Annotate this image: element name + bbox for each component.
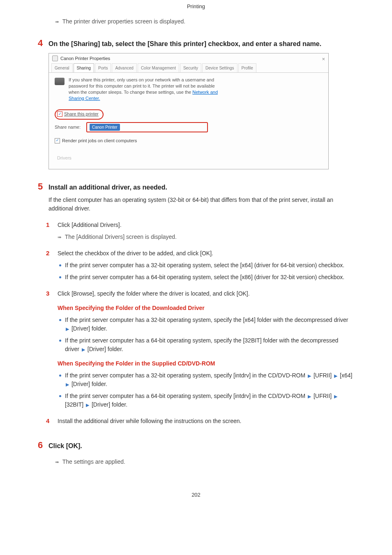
dialog-tabs: General Sharing Ports Advanced Color Man… [49, 63, 328, 72]
properties-dialog: Canon Printer Properties × General Shari… [48, 53, 329, 169]
arrow-right-icon: ➠ [55, 458, 58, 466]
page-header: Printing [0, 0, 392, 15]
chevron-right-icon: ▶ [308, 372, 311, 379]
tab-device-settings[interactable]: Device Settings [202, 63, 237, 72]
step-number: 4 [38, 38, 48, 48]
chevron-right-icon: ▶ [86, 402, 89, 409]
list-item: If the print server computer has a 32-bi… [58, 371, 354, 388]
substep-text: Select the checkbox of the driver to be … [58, 249, 354, 258]
tab-general[interactable]: General [51, 63, 73, 72]
chevron-right-icon: ▶ [334, 393, 337, 400]
substep-text: Click [Browse], specify the folder where… [58, 289, 354, 298]
chevron-right-icon: ▶ [334, 372, 337, 379]
substep-number: 4 [46, 416, 58, 426]
render-label: Render print jobs on client computers [62, 137, 137, 144]
substep-text: Click [Additional Drivers]. [58, 221, 354, 229]
result-text-content: The [Additional Drivers] screen is displ… [65, 234, 177, 240]
substep-number: 2 [46, 249, 58, 258]
share-name-highlight: Canon Printer [86, 122, 208, 132]
step-number: 6 [38, 440, 48, 450]
list-item: If the print server computer has a 64-bi… [58, 392, 354, 409]
page-number: 202 [0, 483, 392, 507]
step-title: On the [Sharing] tab, select the [Share … [48, 39, 321, 49]
arrow-right-icon: ➠ [58, 234, 61, 241]
share-name-label: Share name: [55, 124, 81, 131]
chevron-right-icon: ▶ [66, 326, 69, 333]
share-icon [55, 78, 65, 85]
step-number: 5 [38, 182, 48, 192]
render-checkbox[interactable]: ✓ [55, 138, 60, 143]
share-name-input[interactable]: Canon Printer [90, 124, 120, 131]
subsection-heading: When Specifying the Folder of the Downlo… [58, 304, 354, 312]
arrow-right-icon: ➠ [55, 18, 58, 25]
subsection-heading: When Specifying the Folder in the Suppli… [58, 359, 354, 368]
drivers-section-label: Drivers [57, 155, 323, 162]
result-text: ➠ The printer driver properties screen i… [55, 17, 354, 26]
step-title: Install an additional driver, as needed. [48, 183, 167, 192]
list-item: If the print server computer has a 32-bi… [58, 261, 354, 270]
result-text-content: The settings are applied. [62, 458, 125, 465]
list-item: If the print server computer has a 64-bi… [58, 336, 354, 354]
tab-security[interactable]: Security [180, 63, 201, 72]
substep-number: 3 [46, 289, 58, 298]
chevron-right-icon: ▶ [66, 381, 69, 388]
step-explain: If the client computer has an operating … [48, 196, 354, 213]
result-text-content: The printer driver properties screen is … [62, 18, 186, 25]
close-icon[interactable]: × [322, 55, 325, 63]
share-printer-label: Share this printer [64, 111, 99, 118]
dialog-title: Canon Printer Properties [60, 55, 110, 62]
tab-color-management[interactable]: Color Management [138, 63, 179, 72]
tab-profile[interactable]: Profile [238, 63, 256, 72]
printer-icon [52, 56, 58, 61]
share-printer-highlight: ✓ Share this printer [55, 109, 104, 120]
substep-number: 1 [46, 220, 58, 230]
chevron-right-icon: ▶ [82, 346, 85, 353]
dialog-info-text: If you share this printer, only users on… [69, 77, 225, 101]
tab-sharing[interactable]: Sharing [74, 63, 94, 72]
share-printer-checkbox[interactable]: ✓ [57, 111, 62, 117]
substep-text: Install the additional driver while foll… [58, 417, 354, 426]
tab-advanced[interactable]: Advanced [112, 63, 136, 72]
list-item: If the print server computer has a 64-bi… [58, 273, 354, 282]
tab-ports[interactable]: Ports [95, 63, 111, 72]
list-item: If the print server computer has a 32-bi… [58, 316, 354, 333]
chevron-right-icon: ▶ [308, 393, 311, 400]
step-title: Click [OK]. [48, 441, 82, 451]
